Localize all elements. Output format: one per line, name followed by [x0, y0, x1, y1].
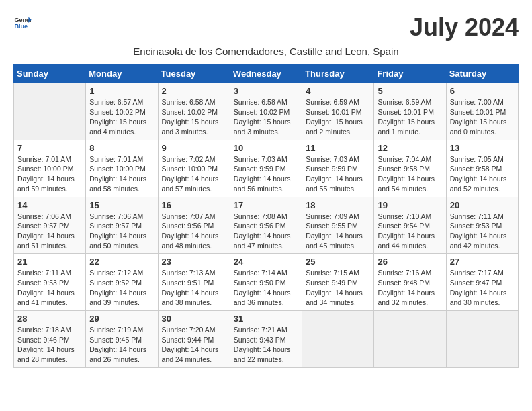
day-info: Sunrise: 7:09 AMSunset: 9:55 PMDaylight:… [306, 212, 370, 251]
day-info: Sunrise: 7:15 AMSunset: 9:49 PMDaylight:… [306, 268, 370, 308]
calendar-cell: 18Sunrise: 7:09 AMSunset: 9:55 PMDayligh… [302, 197, 374, 254]
calendar-week-row: 14Sunrise: 7:06 AMSunset: 9:57 PMDayligh… [14, 197, 519, 254]
day-info: Sunrise: 7:11 AMSunset: 9:53 PMDaylight:… [17, 268, 82, 308]
day-number: 21 [17, 257, 82, 267]
calendar-cell [14, 83, 86, 140]
day-info: Sunrise: 7:04 AMSunset: 9:58 PMDaylight:… [378, 154, 442, 194]
day-number: 14 [17, 200, 82, 210]
day-info: Sunrise: 6:59 AMSunset: 10:01 PMDaylight… [306, 97, 370, 137]
day-number: 18 [306, 200, 370, 210]
calendar-cell: 13Sunrise: 7:05 AMSunset: 9:58 PMDayligh… [446, 140, 518, 197]
day-number: 17 [234, 200, 298, 210]
calendar-body: 1Sunrise: 6:57 AMSunset: 10:02 PMDayligh… [14, 83, 519, 368]
day-number: 30 [162, 314, 226, 324]
day-info: Sunrise: 7:16 AMSunset: 9:48 PMDaylight:… [378, 268, 442, 308]
day-number: 26 [378, 257, 442, 267]
day-info: Sunrise: 6:58 AMSunset: 10:02 PMDaylight… [234, 97, 298, 137]
calendar-week-row: 21Sunrise: 7:11 AMSunset: 9:53 PMDayligh… [14, 254, 519, 311]
calendar-cell: 8Sunrise: 7:01 AMSunset: 10:00 PMDayligh… [86, 140, 158, 197]
calendar-cell: 11Sunrise: 7:03 AMSunset: 9:59 PMDayligh… [302, 140, 374, 197]
calendar-cell: 24Sunrise: 7:14 AMSunset: 9:50 PMDayligh… [230, 254, 302, 311]
header-cell-monday: Monday [86, 64, 158, 83]
calendar-cell: 29Sunrise: 7:19 AMSunset: 9:45 PMDayligh… [86, 311, 158, 368]
logo-icon: General Blue [13, 13, 32, 32]
day-info: Sunrise: 7:02 AMSunset: 10:00 PMDaylight… [162, 154, 226, 194]
day-info: Sunrise: 7:01 AMSunset: 10:00 PMDaylight… [17, 154, 82, 194]
day-info: Sunrise: 6:57 AMSunset: 10:02 PMDaylight… [89, 97, 154, 137]
calendar-subtitle: Encinasola de los Comendadores, Castille… [13, 46, 519, 57]
calendar-cell: 2Sunrise: 6:58 AMSunset: 10:02 PMDayligh… [158, 83, 230, 140]
day-number: 7 [17, 143, 82, 153]
day-number: 13 [450, 143, 515, 153]
calendar-cell: 9Sunrise: 7:02 AMSunset: 10:00 PMDayligh… [158, 140, 230, 197]
calendar-cell: 12Sunrise: 7:04 AMSunset: 9:58 PMDayligh… [374, 140, 446, 197]
day-number: 5 [378, 86, 442, 96]
calendar-cell: 22Sunrise: 7:12 AMSunset: 9:52 PMDayligh… [86, 254, 158, 311]
header-cell-tuesday: Tuesday [158, 64, 230, 83]
day-number: 10 [234, 143, 298, 153]
calendar-header-row: SundayMondayTuesdayWednesdayThursdayFrid… [14, 64, 519, 83]
day-info: Sunrise: 7:06 AMSunset: 9:57 PMDaylight:… [89, 212, 154, 251]
day-number: 6 [450, 86, 515, 96]
day-info: Sunrise: 7:19 AMSunset: 9:45 PMDaylight:… [89, 325, 154, 365]
header-cell-wednesday: Wednesday [230, 64, 302, 83]
calendar-cell: 21Sunrise: 7:11 AMSunset: 9:53 PMDayligh… [14, 254, 86, 311]
day-number: 11 [306, 143, 370, 153]
header-cell-friday: Friday [374, 64, 446, 83]
svg-text:Blue: Blue [14, 23, 28, 30]
calendar-cell: 4Sunrise: 6:59 AMSunset: 10:01 PMDayligh… [302, 83, 374, 140]
day-info: Sunrise: 7:00 AMSunset: 10:01 PMDaylight… [450, 97, 515, 137]
calendar-cell [446, 311, 518, 368]
day-number: 8 [89, 143, 154, 153]
day-info: Sunrise: 7:18 AMSunset: 9:46 PMDaylight:… [17, 325, 82, 365]
day-info: Sunrise: 7:05 AMSunset: 9:58 PMDaylight:… [450, 154, 515, 194]
day-info: Sunrise: 7:12 AMSunset: 9:52 PMDaylight:… [89, 268, 154, 308]
month-title: July 2024 [410, 13, 519, 42]
calendar-cell: 14Sunrise: 7:06 AMSunset: 9:57 PMDayligh… [14, 197, 86, 254]
day-number: 2 [162, 86, 226, 96]
page-header: General Blue July 2024 [13, 13, 519, 42]
day-info: Sunrise: 7:03 AMSunset: 9:59 PMDaylight:… [234, 154, 298, 194]
calendar-cell: 20Sunrise: 7:11 AMSunset: 9:53 PMDayligh… [446, 197, 518, 254]
header-cell-saturday: Saturday [446, 64, 518, 83]
day-info: Sunrise: 7:01 AMSunset: 10:00 PMDaylight… [89, 154, 154, 194]
calendar-cell: 3Sunrise: 6:58 AMSunset: 10:02 PMDayligh… [230, 83, 302, 140]
calendar-cell: 15Sunrise: 7:06 AMSunset: 9:57 PMDayligh… [86, 197, 158, 254]
calendar-table: SundayMondayTuesdayWednesdayThursdayFrid… [13, 64, 519, 368]
day-number: 20 [450, 200, 515, 210]
day-info: Sunrise: 6:58 AMSunset: 10:02 PMDaylight… [162, 97, 226, 137]
day-info: Sunrise: 7:17 AMSunset: 9:47 PMDaylight:… [450, 268, 515, 308]
calendar-cell: 16Sunrise: 7:07 AMSunset: 9:56 PMDayligh… [158, 197, 230, 254]
calendar-cell: 5Sunrise: 6:59 AMSunset: 10:01 PMDayligh… [374, 83, 446, 140]
day-number: 22 [89, 257, 154, 267]
calendar-cell [302, 311, 374, 368]
calendar-week-row: 7Sunrise: 7:01 AMSunset: 10:00 PMDayligh… [14, 140, 519, 197]
day-number: 28 [17, 314, 82, 324]
day-info: Sunrise: 7:03 AMSunset: 9:59 PMDaylight:… [306, 154, 370, 194]
calendar-cell: 27Sunrise: 7:17 AMSunset: 9:47 PMDayligh… [446, 254, 518, 311]
calendar-cell [374, 311, 446, 368]
header-cell-sunday: Sunday [14, 64, 86, 83]
calendar-cell: 31Sunrise: 7:21 AMSunset: 9:43 PMDayligh… [230, 311, 302, 368]
calendar-cell: 30Sunrise: 7:20 AMSunset: 9:44 PMDayligh… [158, 311, 230, 368]
day-number: 31 [234, 314, 298, 324]
day-number: 19 [378, 200, 442, 210]
day-number: 9 [162, 143, 226, 153]
calendar-cell: 10Sunrise: 7:03 AMSunset: 9:59 PMDayligh… [230, 140, 302, 197]
day-info: Sunrise: 7:21 AMSunset: 9:43 PMDaylight:… [234, 325, 298, 365]
day-info: Sunrise: 7:14 AMSunset: 9:50 PMDaylight:… [234, 268, 298, 308]
day-number: 27 [450, 257, 515, 267]
calendar-week-row: 28Sunrise: 7:18 AMSunset: 9:46 PMDayligh… [14, 311, 519, 368]
day-number: 4 [306, 86, 370, 96]
logo: General Blue [13, 13, 32, 32]
calendar-cell: 7Sunrise: 7:01 AMSunset: 10:00 PMDayligh… [14, 140, 86, 197]
day-number: 25 [306, 257, 370, 267]
day-number: 3 [234, 86, 298, 96]
calendar-cell: 28Sunrise: 7:18 AMSunset: 9:46 PMDayligh… [14, 311, 86, 368]
day-info: Sunrise: 7:10 AMSunset: 9:54 PMDaylight:… [378, 212, 442, 251]
day-info: Sunrise: 7:13 AMSunset: 9:51 PMDaylight:… [162, 268, 226, 308]
day-number: 12 [378, 143, 442, 153]
day-info: Sunrise: 6:59 AMSunset: 10:01 PMDaylight… [378, 97, 442, 137]
day-info: Sunrise: 7:06 AMSunset: 9:57 PMDaylight:… [17, 212, 82, 251]
calendar-cell: 6Sunrise: 7:00 AMSunset: 10:01 PMDayligh… [446, 83, 518, 140]
